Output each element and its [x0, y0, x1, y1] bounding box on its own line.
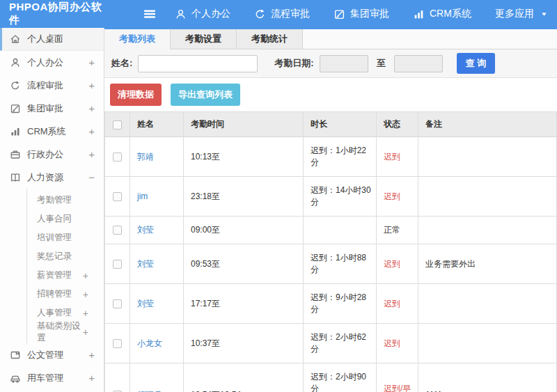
expand-icon[interactable]: + — [83, 290, 88, 299]
employee-name-link[interactable]: 刘莹 — [137, 299, 154, 308]
sidebar-item-personal-desktop[interactable]: 个人桌面 — [0, 28, 104, 51]
row-checkbox-cell — [105, 324, 130, 363]
duration-cell — [304, 217, 377, 244]
note-cell — [418, 137, 557, 177]
status-text: 迟到 — [384, 299, 400, 308]
date-from-input[interactable] — [320, 55, 368, 72]
sidebar-subitem-salary-management[interactable]: 薪资管理+ — [27, 266, 104, 285]
tab-attendance-list[interactable]: 考勤列表 — [104, 29, 171, 49]
sidebar-subitem-label: 薪资管理 — [37, 269, 72, 281]
employee-name-link[interactable]: 管理员 — [137, 390, 162, 392]
sidebar-subitem-reward-punishment-records[interactable]: 奖惩记录 — [27, 247, 104, 266]
export-list-button[interactable]: 导出查询列表 — [171, 84, 240, 106]
nav-item-workflow-approval[interactable]: 流程审批 — [254, 8, 310, 20]
select-all-checkbox[interactable] — [113, 120, 122, 130]
sidebar-item-workflow-approval[interactable]: 流程审批+ — [0, 74, 104, 97]
status-text: 迟到 — [384, 338, 400, 348]
expand-icon[interactable]: + — [88, 373, 95, 383]
table-header: 姓名考勤时间时长状态备注 — [105, 112, 557, 137]
sidebar-item-crm-system[interactable]: CRM系统+ — [0, 120, 104, 143]
expand-icon[interactable]: + — [88, 57, 95, 68]
sidebar-item-personal-office[interactable]: 个人办公+ — [0, 51, 104, 74]
expand-icon[interactable]: + — [88, 80, 95, 91]
sidebar-item-admin-office[interactable]: 行政办公+ — [0, 143, 104, 166]
row-checkbox-cell — [105, 284, 130, 324]
expand-icon[interactable]: + — [88, 103, 95, 113]
sidebar-item-human-resources[interactable]: 人力资源− — [0, 166, 104, 189]
sidebar-subitem-training-management[interactable]: 培训管理 — [27, 228, 104, 247]
row-checkbox[interactable] — [113, 260, 122, 269]
sidebar-subitem-label: 考勤管理 — [37, 194, 72, 206]
nav-item-more-apps[interactable]: 更多应用 — [495, 8, 548, 20]
expand-icon[interactable]: + — [88, 350, 95, 360]
sidebar-subitem-label: 人事合同 — [37, 213, 72, 225]
name-filter-input[interactable] — [138, 55, 258, 72]
status-text: 迟到 — [384, 152, 400, 162]
query-button[interactable]: 查 询 — [457, 53, 496, 74]
row-checkbox[interactable] — [113, 299, 122, 308]
briefcase-icon — [10, 149, 21, 160]
expand-icon[interactable]: + — [88, 126, 95, 136]
sidebar-subitem-personnel-contract[interactable]: 人事合同 — [27, 210, 104, 228]
nav-item-group-approval[interactable]: 集团审批 — [334, 8, 389, 20]
tab-attendance-statistics[interactable]: 考勤统计 — [237, 29, 303, 49]
expand-icon[interactable]: + — [83, 308, 88, 318]
attendance-time-cell: 10:37至 — [184, 324, 304, 363]
row-checkbox[interactable] — [113, 226, 122, 235]
duration-cell: 迟到：9小时28分 — [304, 284, 377, 324]
employee-name-cell: 小龙女 — [130, 324, 184, 363]
table-row: jim23:18至迟到：14小时30分迟到 — [105, 177, 557, 217]
date-to-input[interactable] — [394, 55, 443, 72]
sidebar-item-vehicle-management[interactable]: 用车管理+ — [0, 366, 104, 389]
note-cell — [418, 177, 557, 217]
sidebar-item-label: 行政办公 — [27, 148, 63, 161]
collapse-icon[interactable]: − — [88, 172, 95, 182]
clean-data-button[interactable]: 清理数据 — [110, 84, 162, 106]
status-cell: 迟到 — [377, 324, 418, 363]
employee-name-cell: 刘莹 — [130, 284, 184, 324]
flow-icon — [10, 80, 21, 91]
sidebar-item-document-management[interactable]: 公文管理+ — [0, 343, 104, 366]
expand-icon[interactable]: + — [83, 327, 88, 337]
row-checkbox-cell — [105, 137, 130, 177]
nav-item-crm-system[interactable]: CRM系统 — [413, 8, 471, 20]
sidebar-item-label: CRM系统 — [27, 125, 66, 138]
nav-item-label: 集团审批 — [350, 8, 389, 20]
status-cell: 迟到 — [377, 137, 418, 177]
column-header: 姓名 — [130, 112, 184, 137]
employee-name-link[interactable]: jim — [137, 191, 148, 201]
sidebar-subitem-label: 奖惩记录 — [37, 251, 72, 262]
duration-cell: 迟到：14小时30分 — [304, 177, 377, 217]
employee-name-link[interactable]: 刘莹 — [137, 225, 154, 235]
column-header: 状态 — [377, 112, 418, 137]
row-checkbox[interactable] — [113, 339, 122, 348]
employee-name-cell: 郭靖 — [130, 137, 184, 177]
date-range-to-label: 至 — [377, 57, 386, 70]
sidebar-subitem-basic-category-settings[interactable]: 基础类别设置+ — [27, 322, 104, 341]
row-checkbox[interactable] — [113, 152, 122, 162]
status-cell: 正常 — [377, 217, 418, 244]
tab-attendance-settings[interactable]: 考勤设置 — [171, 29, 237, 49]
row-checkbox[interactable] — [113, 192, 122, 201]
top-nav: 个人办公流程审批集团审批CRM系统更多应用 — [175, 8, 548, 20]
status-cell: 迟到 — [377, 177, 418, 217]
employee-name-link[interactable]: 郭靖 — [137, 152, 154, 162]
status-text: 迟到 — [384, 191, 400, 201]
sidebar-item-label: 流程审批 — [27, 79, 63, 92]
attendance-time-cell: 10:54至10:54 — [184, 363, 304, 392]
nav-item-personal-office[interactable]: 个人办公 — [175, 8, 230, 20]
sidebar-subitem-attendance-management[interactable]: 考勤管理 — [27, 191, 104, 210]
chart-icon — [10, 126, 21, 137]
expand-icon[interactable]: + — [88, 149, 95, 159]
sidebar-item-group-approval[interactable]: 集团审批+ — [0, 97, 104, 120]
sidebar-subitem-recruitment-management[interactable]: 招聘管理+ — [27, 285, 104, 304]
home-icon — [10, 33, 21, 45]
row-checkbox-cell — [105, 244, 130, 284]
employee-name-link[interactable]: 小龙女 — [137, 338, 162, 348]
sidebar: 个人桌面个人办公+流程审批+集团审批+CRM系统+行政办公+人力资源−考勤管理人… — [0, 28, 104, 392]
table-row: 刘莹09:53至迟到：1小时88分迟到业务需要外出 — [105, 244, 557, 284]
employee-name-link[interactable]: 刘莹 — [137, 259, 154, 269]
app-window: PHPOA协同办公软件 个人办公流程审批集团审批CRM系统更多应用 个人桌面个人… — [0, 0, 557, 392]
expand-icon[interactable]: + — [83, 271, 88, 281]
menu-icon[interactable] — [143, 7, 157, 21]
